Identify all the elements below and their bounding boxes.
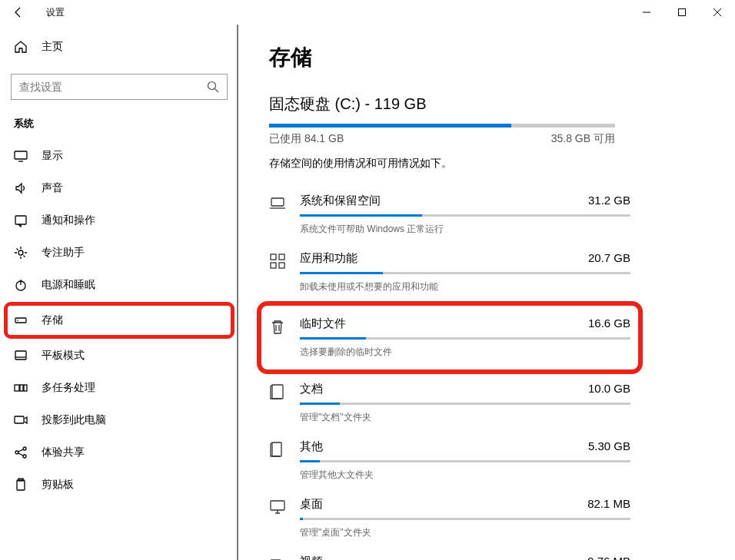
apps-icon [269, 253, 286, 270]
storage-category-laptop[interactable]: 系统和保留空间31.2 GB系统文件可帮助 Windows 正常运行 [269, 186, 630, 244]
sidebar-item-notify[interactable]: 通知和操作 [0, 204, 238, 237]
sidebar-item-label: 电源和睡眠 [42, 278, 95, 292]
svg-rect-18 [271, 198, 284, 206]
category-desc: 管理"文档"文件夹 [300, 411, 630, 424]
storage-category-desktop[interactable]: 桌面82.1 MB管理"桌面"文件夹 [269, 489, 630, 547]
svg-rect-2 [15, 151, 27, 159]
svg-rect-0 [679, 9, 686, 16]
svg-rect-20 [279, 254, 284, 260]
back-button[interactable] [6, 0, 31, 25]
category-title: 视频 [300, 555, 323, 560]
svg-point-14 [23, 447, 26, 450]
sidebar-item-label: 平板模式 [42, 349, 85, 363]
category-size: 31.2 GB [588, 194, 630, 207]
svg-rect-6 [15, 318, 26, 323]
category-bar [300, 272, 630, 274]
svg-rect-8 [15, 351, 26, 360]
svg-point-15 [23, 455, 26, 458]
svg-rect-22 [279, 263, 284, 268]
drive-label: 固态硬盘 (C:) - 119 GB [269, 94, 704, 114]
category-bar [300, 214, 630, 217]
category-title: 应用和功能 [300, 251, 358, 266]
svg-rect-10 [20, 385, 23, 391]
category-bar [300, 518, 630, 520]
main-panel: 存储 固态硬盘 (C:) - 119 GB 已使用 84.1 GB 35.8 G… [238, 25, 735, 560]
sidebar-item-clipboard[interactable]: 剪贴板 [0, 469, 238, 501]
sidebar-item-label: 投影到此电脑 [42, 413, 106, 427]
svg-rect-3 [15, 216, 26, 224]
category-title: 其他 [300, 439, 323, 454]
category-bar [300, 460, 630, 462]
svg-point-4 [18, 250, 23, 255]
sidebar-item-label: 存储 [42, 313, 63, 327]
project-icon [14, 413, 28, 427]
svg-point-1 [208, 82, 216, 90]
search-input[interactable] [19, 81, 207, 93]
trash-icon [269, 318, 286, 335]
usage-bar [269, 124, 615, 128]
home-link[interactable]: 主页 [0, 34, 238, 60]
other-icon [269, 441, 286, 458]
sidebar-item-sound[interactable]: 声音 [0, 172, 238, 204]
sound-icon [14, 181, 28, 195]
category-size: 82.1 MB [587, 497, 630, 510]
tablet-icon [14, 349, 28, 363]
window-controls [629, 0, 735, 25]
category-size: 9.76 MB [587, 555, 630, 560]
sidebar-item-project[interactable]: 投影到此电脑 [0, 404, 238, 436]
sidebar-item-label: 通知和操作 [42, 214, 95, 227]
home-icon [14, 40, 28, 54]
sidebar-item-multitask[interactable]: 多任务处理 [0, 372, 238, 404]
category-desc: 系统文件可帮助 Windows 正常运行 [300, 223, 630, 236]
storage-category-document[interactable]: 文档10.0 GB管理"文档"文件夹 [269, 374, 630, 432]
storage-category-other[interactable]: 其他5.30 GB管理其他大文件夹 [269, 432, 630, 489]
focus-icon [14, 246, 28, 260]
sidebar-item-storage[interactable]: 存储 [6, 304, 232, 336]
maximize-button[interactable] [664, 0, 700, 25]
category-title: 文档 [300, 382, 323, 396]
storage-category-apps[interactable]: 应用和功能20.7 GB卸载未使用或不想要的应用和功能 [269, 244, 630, 301]
category-desc: 选择要删除的临时文件 [300, 346, 630, 359]
search-box[interactable] [11, 74, 228, 100]
category-size: 16.6 GB [588, 316, 630, 330]
power-icon [14, 278, 28, 292]
minimize-button[interactable] [629, 0, 664, 25]
document-icon [269, 383, 286, 400]
sidebar-item-share[interactable]: 体验共享 [0, 436, 238, 469]
category-desc: 卸载未使用或不想要的应用和功能 [300, 280, 630, 293]
svg-point-7 [17, 320, 18, 321]
titlebar: 设置 [0, 0, 735, 25]
sidebar-item-power[interactable]: 电源和睡眠 [0, 269, 238, 301]
clipboard-icon [14, 478, 28, 492]
svg-rect-11 [24, 385, 27, 391]
category-bar [300, 403, 630, 405]
home-label: 主页 [42, 40, 63, 54]
svg-rect-24 [272, 442, 281, 456]
sidebar-item-display[interactable]: 显示 [0, 140, 238, 172]
category-size: 20.7 GB [588, 251, 630, 264]
multitask-icon [14, 381, 28, 395]
svg-rect-16 [17, 480, 25, 490]
close-button[interactable] [700, 0, 735, 25]
storage-category-trash[interactable]: 临时文件16.6 GB选择要删除的临时文件 [261, 306, 638, 369]
share-icon [14, 446, 28, 459]
storage-icon [14, 313, 28, 327]
svg-rect-12 [15, 416, 24, 423]
sidebar-item-tablet[interactable]: 平板模式 [0, 340, 238, 372]
video-icon [269, 556, 286, 560]
sidebar-item-label: 显示 [42, 149, 63, 163]
nav-section-header: 系统 [0, 117, 238, 140]
window-title: 设置 [46, 6, 65, 19]
category-desc: 管理其他大文件夹 [300, 469, 630, 482]
sidebar-item-label: 剪贴板 [42, 478, 74, 492]
category-bar [300, 337, 630, 340]
svg-rect-25 [271, 501, 284, 510]
sidebar-divider [237, 25, 238, 560]
page-title: 存储 [269, 43, 704, 72]
storage-description: 存储空间的使用情况和可用情况如下。 [269, 157, 704, 171]
sidebar-item-focus[interactable]: 专注助手 [0, 237, 238, 269]
svg-rect-21 [271, 263, 276, 268]
category-title: 临时文件 [300, 316, 346, 331]
storage-category-video[interactable]: 视频9.76 MB管理"视频"文件夹 [269, 547, 630, 560]
svg-rect-19 [271, 254, 276, 260]
